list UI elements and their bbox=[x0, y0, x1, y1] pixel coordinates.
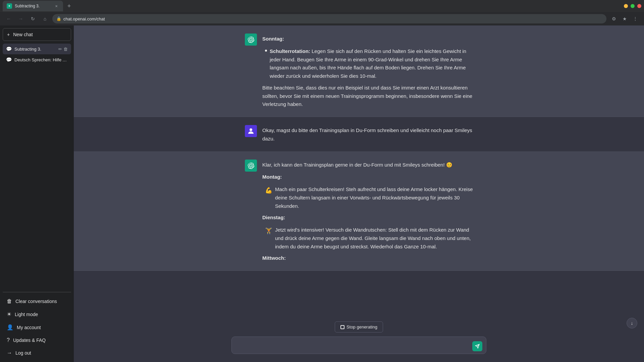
close-button[interactable] bbox=[637, 4, 641, 8]
chat-item[interactable]: 💬 Deutsch Sprechen: Hilfe Angel bbox=[3, 54, 71, 65]
input-area: Stop generating bbox=[74, 317, 644, 362]
logout-icon: → bbox=[7, 350, 12, 356]
assistant-avatar bbox=[245, 34, 257, 46]
message-inner: Klar, ich kann den Trainingsplan gerne i… bbox=[231, 160, 486, 263]
bullet-item: Schulterrotation: Legen Sie sich auf den… bbox=[262, 47, 473, 80]
minimize-button[interactable] bbox=[624, 4, 628, 8]
new-tab-button[interactable]: + bbox=[64, 1, 74, 11]
mittwoch-label: Mittwoch: bbox=[262, 254, 473, 262]
montag-text: Mach ein paar Schulterkreisen! Steh aufr… bbox=[275, 186, 473, 209]
day-label: Sonntag: bbox=[262, 35, 473, 43]
user-avatar bbox=[245, 125, 257, 137]
send-button[interactable] bbox=[472, 341, 482, 351]
lock-icon: 🔒 bbox=[56, 16, 61, 21]
bullet-item-dienstag: 🏋 Jetzt wird's intensiver! Versuch die W… bbox=[262, 226, 473, 251]
my-account-button[interactable]: 👤 My account bbox=[3, 321, 71, 334]
dienstag-label: Dienstag: bbox=[262, 214, 473, 222]
chat-item-actions: ✏ 🗑 bbox=[58, 47, 68, 52]
new-chat-icon: + bbox=[7, 32, 10, 37]
bullet-item-montag: 💪 Mach ein paar Schulterkreisen! Steh au… bbox=[262, 185, 473, 210]
assistant-message: Sonntag: Schulterrotation: Legen Sie sic… bbox=[74, 25, 644, 117]
my-account-label: My account bbox=[17, 325, 41, 330]
assistant-intro: Klar, ich kann den Trainingsplan gerne i… bbox=[262, 161, 473, 169]
chat-icon: 💬 bbox=[6, 57, 12, 62]
address-bar[interactable]: 🔒 chat.openai.com/chat bbox=[52, 14, 606, 23]
clear-conversations-button[interactable]: 🗑 Clear conversations bbox=[3, 295, 71, 308]
montag-label: Montag: bbox=[262, 173, 473, 181]
bullet-title: Schulterrotation: bbox=[270, 48, 310, 54]
chat-input[interactable] bbox=[231, 337, 486, 354]
chat-item-title: Deutsch Sprechen: Hilfe Angel bbox=[14, 57, 68, 62]
maximize-button[interactable] bbox=[631, 4, 635, 8]
edit-chat-button[interactable]: ✏ bbox=[58, 47, 62, 52]
updates-faq-label: Updates & FAQ bbox=[13, 338, 46, 343]
updates-faq-button[interactable]: ? Updates & FAQ bbox=[3, 334, 71, 347]
stop-generating-label: Stop generating bbox=[346, 324, 377, 329]
log-out-label: Log out bbox=[15, 350, 31, 356]
bookmarks-button[interactable]: ★ bbox=[620, 14, 629, 23]
delete-chat-button[interactable]: 🗑 bbox=[63, 47, 68, 52]
chat-scroll[interactable]: Sonntag: Schulterrotation: Legen Sie sic… bbox=[74, 25, 644, 317]
stop-generating-button[interactable]: Stop generating bbox=[335, 321, 383, 333]
active-tab[interactable]: ✦ Subtracting 3. ✕ bbox=[3, 1, 63, 11]
reload-button[interactable]: ↻ bbox=[28, 14, 38, 23]
help-icon: ? bbox=[7, 337, 10, 343]
trash-icon: 🗑 bbox=[7, 298, 12, 304]
browser-chrome: ✦ Subtracting 3. ✕ + ← → ↻ ⌂ 🔒 chat.open… bbox=[0, 0, 644, 25]
sidebar: + New chat 💬 Subtracting 3. ✏ 🗑 💬 Deutsc… bbox=[0, 25, 74, 362]
message-content: Okay, magst du bitte den Trainingsplan i… bbox=[262, 125, 473, 143]
stop-btn-container: Stop generating bbox=[335, 321, 383, 333]
clear-conversations-label: Clear conversations bbox=[15, 299, 57, 304]
new-chat-button[interactable]: + New chat bbox=[3, 28, 71, 41]
extensions-button[interactable]: ⚙ bbox=[609, 14, 619, 23]
sun-icon: ☀ bbox=[7, 311, 11, 317]
message-content: Klar, ich kann den Trainingsplan gerne i… bbox=[262, 160, 473, 263]
input-box-wrapper bbox=[231, 337, 486, 355]
svg-point-0 bbox=[250, 128, 252, 131]
assistant-message: Klar, ich kann den Trainingsplan gerne i… bbox=[74, 152, 644, 271]
chat-list: 💬 Subtracting 3. ✏ 🗑 💬 Deutsch Sprechen:… bbox=[3, 44, 71, 292]
forward-button[interactable]: → bbox=[16, 14, 25, 23]
user-icon: 👤 bbox=[7, 324, 13, 330]
menu-button[interactable]: ⋮ bbox=[631, 14, 640, 23]
user-text: Okay, magst du bitte den Trainingsplan i… bbox=[262, 126, 473, 143]
assistant-avatar bbox=[245, 160, 257, 172]
stop-icon bbox=[340, 325, 344, 329]
emoji-icon-montag: 💪 bbox=[265, 186, 272, 196]
back-button[interactable]: ← bbox=[4, 14, 13, 23]
chat-item[interactable]: 💬 Subtracting 3. ✏ 🗑 bbox=[3, 44, 71, 54]
light-mode-button[interactable]: ☀ Light mode bbox=[3, 308, 71, 321]
scroll-down-button[interactable]: ↓ bbox=[627, 318, 637, 328]
chat-item-title: Subtracting 3. bbox=[14, 47, 56, 52]
main-chat: Sonntag: Schulterrotation: Legen Sie sic… bbox=[74, 25, 644, 362]
footer-text: Bitte beachten Sie, dass dies nur ein Be… bbox=[262, 84, 473, 109]
sidebar-bottom: 🗑 Clear conversations ☀ Light mode 👤 My … bbox=[3, 292, 71, 359]
bullet-dot bbox=[265, 50, 267, 52]
home-button[interactable]: ⌂ bbox=[40, 14, 50, 23]
message-inner: Sonntag: Schulterrotation: Legen Sie sic… bbox=[231, 34, 486, 109]
user-message: Okay, magst du bitte den Trainingsplan i… bbox=[74, 117, 644, 152]
tab-title: Subtracting 3. bbox=[15, 4, 51, 8]
tab-bar: ✦ Subtracting 3. ✕ + bbox=[0, 0, 644, 12]
dienstag-text: Jetzt wird's intensiver! Versuch die Wan… bbox=[275, 227, 471, 249]
bullet-text: Schulterrotation: Legen Sie sich auf den… bbox=[270, 47, 473, 80]
message-content: Sonntag: Schulterrotation: Legen Sie sic… bbox=[262, 34, 473, 109]
new-chat-label: New chat bbox=[13, 32, 33, 37]
tab-close-button[interactable]: ✕ bbox=[54, 3, 59, 9]
light-mode-label: Light mode bbox=[15, 312, 38, 317]
app: + New chat 💬 Subtracting 3. ✏ 🗑 💬 Deutsc… bbox=[0, 25, 644, 362]
nav-bar: ← → ↻ ⌂ 🔒 chat.openai.com/chat ⚙ ★ ⋮ bbox=[0, 12, 644, 25]
chat-icon: 💬 bbox=[6, 46, 12, 52]
nav-actions: ⚙ ★ ⋮ bbox=[609, 14, 640, 23]
log-out-button[interactable]: → Log out bbox=[3, 347, 71, 359]
url-text: chat.openai.com/chat bbox=[63, 16, 105, 21]
tab-favicon: ✦ bbox=[7, 3, 12, 9]
message-inner: Okay, magst du bitte den Trainingsplan i… bbox=[231, 125, 486, 143]
emoji-icon-dienstag: 🏋 bbox=[265, 226, 272, 236]
